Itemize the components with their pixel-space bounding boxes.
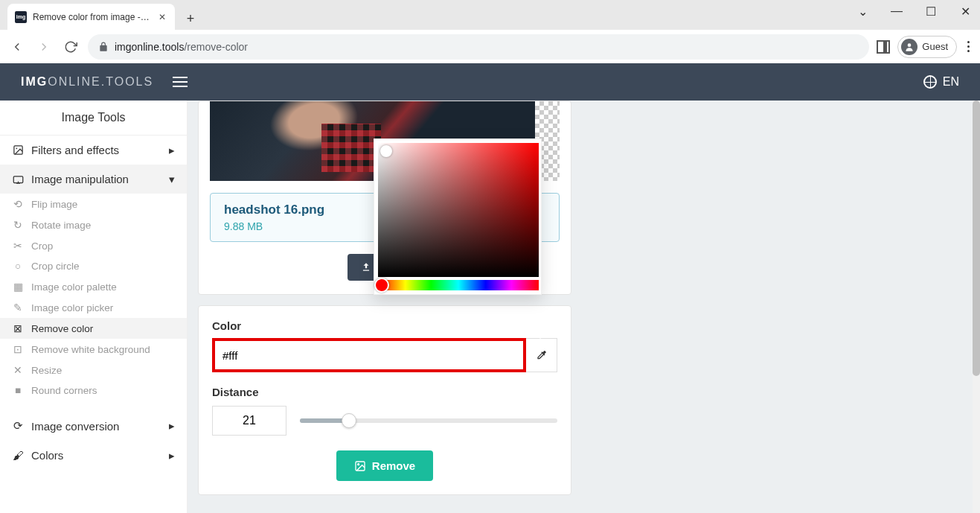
hamburger-menu-button[interactable] (173, 77, 188, 87)
sidebar-item-manipulation[interactable]: Image manipulation ▾ (0, 165, 187, 194)
distance-slider[interactable] (300, 418, 557, 423)
color-label: Color (212, 319, 557, 332)
forward-button[interactable] (34, 37, 54, 57)
browser-chrome: img Remove color from image - onlin ✕ + … (0, 0, 980, 63)
back-button[interactable] (7, 37, 27, 57)
chevron-right-icon: ▸ (169, 449, 175, 462)
remove-color-icon: ⊠ (12, 322, 24, 334)
eyedropper-icon: ✎ (12, 302, 24, 313)
eyedropper-icon (536, 349, 548, 361)
remove-white-icon: ⊡ (12, 343, 24, 355)
slider-thumb[interactable] (342, 413, 356, 428)
sidebar-sub-remove-color[interactable]: ⊠Remove color (0, 318, 187, 339)
distance-label: Distance (212, 386, 557, 398)
page-scrollbar[interactable] (973, 101, 980, 513)
sidebar-sub-remove-white[interactable]: ⊡Remove white background (0, 339, 187, 360)
sv-cursor[interactable] (380, 145, 392, 157)
color-input-row (212, 338, 557, 372)
url-text: imgonline.tools/remove-color (115, 41, 248, 53)
resize-icon: ✕ (12, 364, 24, 376)
color-picker-popup (374, 138, 542, 295)
globe-icon (923, 75, 937, 89)
hue-cursor[interactable] (374, 278, 389, 293)
menu-button[interactable] (964, 38, 973, 55)
new-tab-button[interactable]: + (179, 7, 202, 30)
browser-tab[interactable]: img Remove color from image - onlin ✕ (7, 4, 175, 30)
image-action-icon (354, 460, 366, 472)
crop-icon (12, 173, 24, 185)
address-bar: imgonline.tools/remove-color Guest (0, 30, 980, 63)
reload-button[interactable] (61, 37, 80, 57)
sidebar-item-colors[interactable]: 🖌 Colors ▸ (0, 441, 187, 470)
side-panel-button[interactable] (877, 40, 890, 54)
image-icon (12, 144, 24, 156)
sidebar-item-conversion[interactable]: ⟳ Image conversion ▸ (0, 411, 187, 441)
maximize-button[interactable]: ☐ (920, 4, 941, 19)
chevron-down-icon: ▾ (169, 173, 175, 186)
tab-title: Remove color from image - onlin (33, 12, 151, 22)
favicon-icon: img (15, 11, 27, 23)
sidebar: Image Tools Filters and effects ▸ Image … (0, 101, 188, 513)
svg-point-2 (16, 147, 17, 149)
sidebar-sub-round[interactable]: ■Round corners (0, 380, 187, 401)
sidebar-title: Image Tools (0, 101, 187, 136)
chevron-right-icon: ▸ (169, 144, 175, 157)
crop-tool-icon: ✂ (12, 240, 24, 252)
color-picker-button[interactable] (526, 338, 557, 372)
tab-bar: img Remove color from image - onlin ✕ + … (0, 0, 980, 30)
sidebar-sub-flip[interactable]: ⟲Flip image (0, 194, 187, 214)
window-controls: ⌄ — ☐ ✕ (852, 4, 976, 19)
remove-button[interactable]: Remove (336, 450, 433, 481)
content-area: headshot 16.png 9.88 MB Select Color Dis… (188, 101, 980, 513)
svg-point-7 (357, 463, 359, 465)
form-card: Color Distance Remove (198, 305, 571, 495)
rotate-icon: ↻ (12, 219, 24, 231)
close-tab-button[interactable]: ✕ (157, 10, 167, 24)
scrollbar-thumb[interactable] (973, 101, 980, 376)
distance-input[interactable] (212, 406, 286, 436)
site-header: IMGONLINE.TOOLS EN (0, 63, 980, 101)
saturation-value-area[interactable] (378, 143, 539, 277)
flip-icon: ⟲ (12, 198, 24, 210)
palette-icon: ▦ (12, 281, 24, 293)
sidebar-sub-rotate[interactable]: ↻Rotate image (0, 214, 187, 235)
profile-button[interactable]: Guest (897, 36, 957, 58)
color-input[interactable] (212, 338, 526, 372)
sidebar-sub-crop[interactable]: ✂Crop (0, 235, 187, 256)
main-layout: Image Tools Filters and effects ▸ Image … (0, 101, 980, 513)
chevron-right-icon: ▸ (169, 419, 175, 433)
sidebar-sub-picker[interactable]: ✎Image color picker (0, 297, 187, 318)
distance-row (212, 406, 557, 436)
round-corners-icon: ■ (12, 385, 24, 396)
brush-icon: 🖌 (12, 449, 24, 462)
sidebar-sub-palette[interactable]: ▦Image color palette (0, 276, 187, 297)
sidebar-sub-crop-circle[interactable]: ○Crop circle (0, 256, 187, 276)
svg-point-0 (908, 43, 912, 47)
avatar-icon (901, 39, 917, 55)
brand-logo[interactable]: IMGONLINE.TOOLS (21, 75, 153, 89)
hue-slider[interactable] (378, 280, 539, 290)
convert-icon: ⟳ (12, 419, 24, 433)
language-selector[interactable]: EN (923, 75, 959, 89)
chevron-down-icon[interactable]: ⌄ (852, 4, 873, 19)
sidebar-sub-resize[interactable]: ✕Resize (0, 360, 187, 380)
close-window-button[interactable]: ✕ (955, 4, 976, 19)
circle-icon: ○ (12, 261, 24, 272)
sidebar-item-filters[interactable]: Filters and effects ▸ (0, 136, 187, 165)
minimize-button[interactable]: — (886, 4, 907, 19)
lock-icon (98, 42, 109, 52)
url-field[interactable]: imgonline.tools/remove-color (88, 34, 869, 60)
upload-icon (361, 262, 371, 273)
